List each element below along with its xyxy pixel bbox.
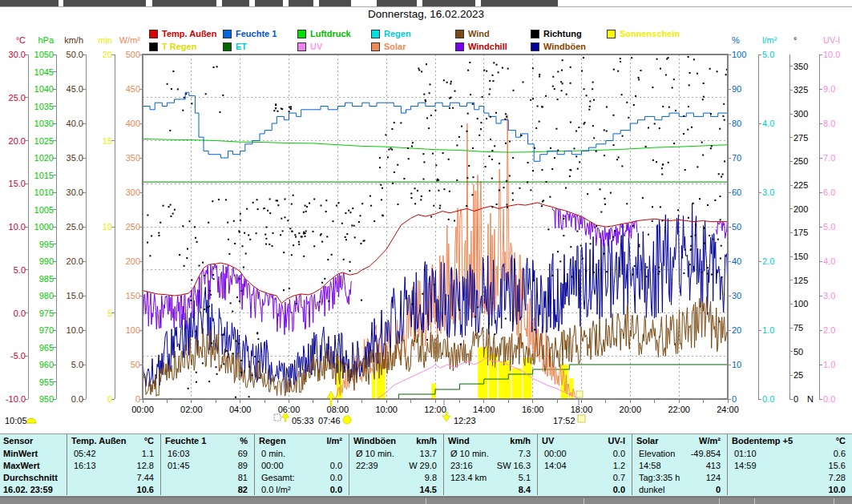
table-cell: 10.6	[67, 483, 160, 495]
svg-text:50: 50	[732, 222, 741, 232]
summary-table: SensorTemp. Außen°CFeuchte 1%Regenl/m²Wi…	[0, 433, 852, 497]
table-cell: 0.0	[537, 483, 632, 495]
svg-text:12:00: 12:00	[424, 405, 446, 414]
svg-text:50: 50	[131, 360, 140, 369]
sunrise-sun-icon	[343, 416, 351, 424]
wswin-weather-window: Donnerstag, 16.02.2023 Temp. AußenFeucht…	[0, 0, 852, 504]
svg-text:15.0: 15.0	[9, 179, 26, 188]
svg-text:2.0: 2.0	[823, 325, 835, 335]
axis-km/h: 0.05.010.015.020.025.030.035.040.045.050…	[64, 35, 86, 404]
svg-text:5.0: 5.0	[71, 360, 83, 369]
table-cell: 14:5915.6	[727, 459, 852, 471]
svg-text:955: 955	[39, 377, 54, 387]
svg-text:5.0: 5.0	[762, 50, 774, 59]
table-header-feuchte-1: Feuchte 1%	[160, 434, 254, 447]
axis-min: 05101520min	[98, 35, 115, 404]
axis-%: 0102030405060708090100%	[728, 35, 746, 404]
axis-°C: -10.0-5.00.05.010.015.020.025.030.0°C	[6, 35, 28, 404]
table-header-solar: SolarW/m²	[632, 434, 727, 447]
sunshine-bar	[512, 368, 522, 399]
table-cell: 82	[160, 483, 254, 495]
svg-text:125: 125	[793, 276, 808, 285]
table-cell: 0 min.	[254, 447, 349, 459]
table-cell: 7.28	[727, 471, 852, 483]
table-cell: dunkel0	[632, 483, 727, 495]
series-windchill	[143, 264, 352, 334]
svg-text:20.0: 20.0	[9, 136, 26, 146]
svg-text:1040: 1040	[34, 84, 54, 94]
svg-text:75: 75	[793, 323, 803, 333]
axis-unit-UV-I: UV-I	[823, 35, 840, 45]
svg-text:350: 350	[126, 153, 140, 163]
svg-text:14:00: 14:00	[473, 405, 495, 414]
svg-text:1.0: 1.0	[762, 325, 774, 335]
north-label: N	[807, 394, 814, 404]
table-cell: Gesamt:0.0	[254, 471, 349, 483]
svg-text:0: 0	[107, 394, 112, 404]
axis-unit-hPa: hPa	[38, 35, 54, 45]
svg-text:10: 10	[103, 222, 112, 232]
svg-text:0: 0	[793, 394, 798, 404]
weather-day-chart: -10.0-5.00.05.010.015.020.025.030.0°C950…	[0, 0, 852, 504]
svg-text:20.0: 20.0	[67, 256, 83, 266]
svg-text:35.0: 35.0	[67, 153, 83, 163]
svg-text:0.0: 0.0	[823, 394, 835, 404]
svg-text:965: 965	[39, 343, 54, 353]
svg-text:25.0: 25.0	[9, 93, 26, 103]
sunset-label: 17:52	[553, 416, 575, 425]
table-cell: 14:58413	[632, 459, 727, 471]
svg-text:40.0: 40.0	[67, 119, 83, 128]
svg-text:50.0: 50.0	[67, 50, 83, 59]
svg-text:175: 175	[793, 228, 808, 237]
svg-text:10:00: 10:00	[375, 405, 398, 414]
svg-text:9.0: 9.0	[823, 84, 835, 94]
table-cell: 01:100.6	[727, 447, 852, 459]
status-bar	[0, 497, 852, 504]
svg-text:15.0: 15.0	[67, 291, 83, 300]
axis-unit-%: %	[732, 35, 740, 45]
table-cell: 01:4589	[160, 459, 254, 471]
table-cell: 22:39W 29.0	[349, 459, 443, 471]
svg-text:100: 100	[793, 299, 808, 308]
svg-text:20: 20	[732, 325, 741, 335]
table-cell: Ø 10 min.13.7	[349, 447, 443, 459]
day-length-label: 10:05	[5, 416, 27, 425]
table-cell: 14:041.2	[537, 459, 632, 471]
axis-unit-W/m²: W/m²	[119, 35, 141, 45]
sunrise-label: 07:46	[318, 416, 341, 425]
svg-text:08:00: 08:00	[327, 405, 349, 414]
svg-text:1.0: 1.0	[823, 360, 835, 369]
svg-text:1005: 1005	[34, 205, 54, 215]
svg-text:20:00: 20:00	[620, 405, 642, 414]
svg-text:200: 200	[126, 256, 140, 266]
svg-text:-5.0: -5.0	[10, 351, 26, 361]
svg-text:10.0: 10.0	[823, 50, 840, 59]
svg-text:30.0: 30.0	[9, 50, 26, 59]
svg-text:995: 995	[39, 240, 54, 249]
table-cell: 16:1312.8	[67, 459, 160, 471]
table-cell: 8.4	[443, 483, 537, 495]
svg-text:300: 300	[793, 109, 808, 119]
svg-text:985: 985	[39, 274, 54, 284]
table-header-temp-au-en: Temp. Außen°C	[67, 434, 160, 447]
axis-UV-I: 0.01.02.03.04.05.06.07.08.09.010.0UV-I	[819, 35, 840, 404]
table-cell: 81	[160, 471, 254, 483]
svg-text:0: 0	[732, 394, 737, 404]
axis-unit-min: min	[98, 35, 112, 45]
status-bar-separator	[583, 498, 584, 504]
table-header-regen: Regenl/m²	[254, 434, 349, 447]
svg-text:22:00: 22:00	[668, 405, 690, 414]
svg-text:6.0: 6.0	[823, 187, 835, 197]
table-cell: 05:421.1	[67, 447, 160, 459]
svg-text:80: 80	[732, 119, 741, 128]
svg-text:25.0: 25.0	[67, 222, 83, 232]
table-cell: 9.8	[349, 471, 443, 483]
svg-text:45.0: 45.0	[67, 84, 83, 94]
table-cell: Tag:3:35 h124	[632, 471, 727, 483]
svg-text:200: 200	[793, 204, 808, 214]
table-header-uv: UVUV-I	[537, 434, 632, 447]
svg-text:60: 60	[732, 187, 741, 197]
svg-text:975: 975	[39, 308, 54, 318]
table-cell: Elevation-49.854	[632, 447, 727, 459]
svg-text:350: 350	[793, 62, 808, 71]
